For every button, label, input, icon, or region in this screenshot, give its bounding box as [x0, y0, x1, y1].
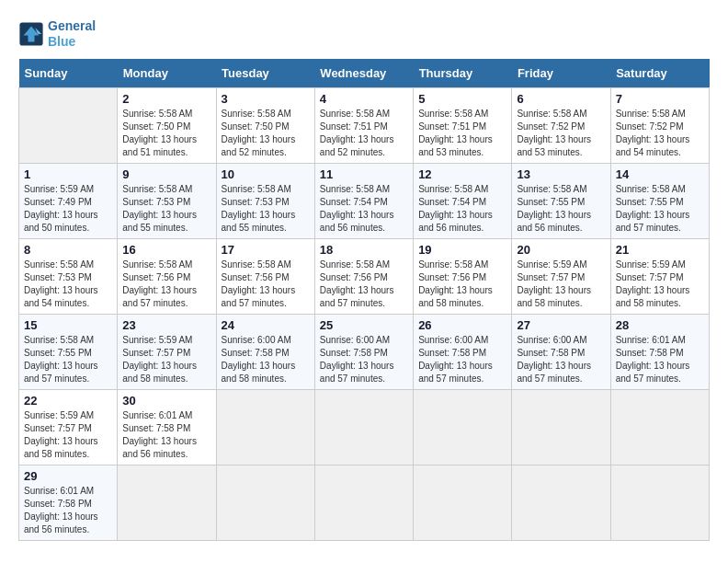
empty-cell: [414, 389, 512, 465]
day-number: 21: [616, 243, 704, 257]
empty-cell: [216, 465, 314, 540]
day-number: 9: [122, 167, 210, 181]
day-cell-5: 5 Sunrise: 5:58 AMSunset: 7:51 PMDayligh…: [414, 87, 512, 163]
day-cell-4: 4 Sunrise: 5:58 AMSunset: 7:51 PMDayligh…: [314, 87, 413, 163]
empty-cell: [610, 465, 709, 540]
day-number: 5: [418, 92, 506, 106]
calendar-row-1: 1 Sunrise: 5:59 AMSunset: 7:49 PMDayligh…: [19, 163, 710, 238]
logo-text: General Blue: [48, 18, 96, 50]
day-number: 23: [122, 318, 210, 332]
day-info: Sunrise: 6:00 AMSunset: 7:58 PMDaylight:…: [418, 334, 506, 385]
day-number: 19: [418, 243, 506, 257]
empty-cell: [216, 389, 314, 465]
day-cell-21: 21 Sunrise: 5:59 AMSunset: 7:57 PMDaylig…: [610, 238, 709, 314]
day-number: 24: [222, 318, 310, 332]
empty-cell: [414, 465, 512, 540]
day-number: 11: [320, 167, 408, 181]
day-cell-13: 13 Sunrise: 5:58 AMSunset: 7:55 PMDaylig…: [512, 163, 610, 238]
day-cell-27: 27 Sunrise: 6:00 AMSunset: 7:58 PMDaylig…: [512, 314, 610, 389]
day-info: Sunrise: 5:58 AMSunset: 7:54 PMDaylight:…: [320, 183, 408, 235]
day-cell-11: 11 Sunrise: 5:58 AMSunset: 7:54 PMDaylig…: [314, 163, 413, 238]
header-saturday: Saturday: [610, 59, 709, 88]
day-info: Sunrise: 5:59 AMSunset: 7:57 PMDaylight:…: [517, 259, 605, 310]
calendar-row-5: 29 Sunrise: 6:01 AMSunset: 7:58 PMDaylig…: [19, 465, 710, 540]
header-thursday: Thursday: [414, 59, 512, 88]
day-cell-15: 15 Sunrise: 5:58 AMSunset: 7:55 PMDaylig…: [19, 314, 118, 389]
day-cell-9: 9 Sunrise: 5:58 AMSunset: 7:53 PMDayligh…: [118, 163, 216, 238]
day-info: Sunrise: 5:59 AMSunset: 7:49 PMDaylight:…: [24, 183, 112, 235]
day-number: 28: [616, 318, 704, 332]
day-cell-16: 16 Sunrise: 5:58 AMSunset: 7:56 PMDaylig…: [118, 238, 216, 314]
day-cell-6: 6 Sunrise: 5:58 AMSunset: 7:52 PMDayligh…: [512, 87, 610, 163]
empty-cell: [19, 87, 118, 163]
calendar-row-2: 8 Sunrise: 5:58 AMSunset: 7:53 PMDayligh…: [19, 238, 710, 314]
empty-cell: [512, 465, 610, 540]
day-number: 17: [222, 243, 310, 257]
header-monday: Monday: [118, 59, 216, 88]
day-cell-22: 22 Sunrise: 5:59 AMSunset: 7:57 PMDaylig…: [19, 389, 118, 465]
day-cell-7: 7 Sunrise: 5:58 AMSunset: 7:52 PMDayligh…: [610, 87, 709, 163]
day-number: 2: [122, 92, 210, 106]
header-tuesday: Tuesday: [216, 59, 314, 88]
empty-cell: [118, 465, 216, 540]
logo: General Blue: [18, 18, 96, 50]
day-info: Sunrise: 6:01 AMSunset: 7:58 PMDaylight:…: [616, 334, 704, 385]
day-number: 1: [24, 167, 112, 181]
day-info: Sunrise: 5:58 AMSunset: 7:56 PMDaylight:…: [320, 259, 408, 310]
day-info: Sunrise: 5:58 AMSunset: 7:52 PMDaylight:…: [616, 108, 704, 159]
calendar-row-4: 22 Sunrise: 5:59 AMSunset: 7:57 PMDaylig…: [19, 389, 710, 465]
day-cell-25: 25 Sunrise: 6:00 AMSunset: 7:58 PMDaylig…: [314, 314, 413, 389]
day-info: Sunrise: 5:58 AMSunset: 7:53 PMDaylight:…: [122, 183, 210, 235]
day-number: 6: [517, 92, 605, 106]
day-cell-19: 19 Sunrise: 5:58 AMSunset: 7:56 PMDaylig…: [414, 238, 512, 314]
day-info: Sunrise: 5:58 AMSunset: 7:55 PMDaylight:…: [517, 183, 605, 235]
day-info: Sunrise: 6:00 AMSunset: 7:58 PMDaylight:…: [320, 334, 408, 385]
calendar-row-0: 2 Sunrise: 5:58 AMSunset: 7:50 PMDayligh…: [19, 87, 710, 163]
day-number: 7: [616, 92, 704, 106]
day-info: Sunrise: 5:58 AMSunset: 7:51 PMDaylight:…: [418, 108, 506, 159]
day-cell-1: 1 Sunrise: 5:59 AMSunset: 7:49 PMDayligh…: [19, 163, 118, 238]
day-info: Sunrise: 5:59 AMSunset: 7:57 PMDaylight:…: [616, 259, 704, 310]
day-info: Sunrise: 5:58 AMSunset: 7:50 PMDaylight:…: [122, 108, 210, 159]
empty-cell: [512, 389, 610, 465]
day-number: 30: [122, 394, 210, 408]
day-info: Sunrise: 6:01 AMSunset: 7:58 PMDaylight:…: [24, 485, 112, 536]
day-info: Sunrise: 5:58 AMSunset: 7:51 PMDaylight:…: [320, 108, 408, 159]
day-info: Sunrise: 5:58 AMSunset: 7:50 PMDaylight:…: [222, 108, 310, 159]
day-number: 18: [320, 243, 408, 257]
day-number: 26: [418, 318, 506, 332]
page-header: General Blue: [18, 18, 710, 50]
day-number: 15: [24, 318, 112, 332]
day-cell-2: 2 Sunrise: 5:58 AMSunset: 7:50 PMDayligh…: [118, 87, 216, 163]
day-number: 29: [24, 469, 112, 483]
day-cell-29: 29 Sunrise: 6:01 AMSunset: 7:58 PMDaylig…: [19, 465, 118, 540]
day-info: Sunrise: 5:58 AMSunset: 7:53 PMDaylight:…: [24, 259, 112, 310]
header-sunday: Sunday: [19, 59, 118, 88]
calendar-table: SundayMondayTuesdayWednesdayThursdayFrid…: [18, 59, 710, 541]
day-number: 8: [24, 243, 112, 257]
calendar-header-row: SundayMondayTuesdayWednesdayThursdayFrid…: [19, 59, 710, 88]
day-info: Sunrise: 6:00 AMSunset: 7:58 PMDaylight:…: [517, 334, 605, 385]
day-cell-10: 10 Sunrise: 5:58 AMSunset: 7:53 PMDaylig…: [216, 163, 314, 238]
day-number: 13: [517, 167, 605, 181]
day-info: Sunrise: 5:58 AMSunset: 7:55 PMDaylight:…: [616, 183, 704, 235]
day-info: Sunrise: 5:59 AMSunset: 7:57 PMDaylight:…: [24, 409, 112, 461]
day-cell-18: 18 Sunrise: 5:58 AMSunset: 7:56 PMDaylig…: [314, 238, 413, 314]
day-cell-17: 17 Sunrise: 5:58 AMSunset: 7:56 PMDaylig…: [216, 238, 314, 314]
day-info: Sunrise: 5:58 AMSunset: 7:54 PMDaylight:…: [418, 183, 506, 235]
day-info: Sunrise: 6:01 AMSunset: 7:58 PMDaylight:…: [122, 409, 210, 461]
day-number: 22: [24, 394, 112, 408]
day-number: 14: [616, 167, 704, 181]
day-number: 27: [517, 318, 605, 332]
day-cell-14: 14 Sunrise: 5:58 AMSunset: 7:55 PMDaylig…: [610, 163, 709, 238]
day-info: Sunrise: 5:58 AMSunset: 7:56 PMDaylight:…: [418, 259, 506, 310]
day-cell-23: 23 Sunrise: 5:59 AMSunset: 7:57 PMDaylig…: [118, 314, 216, 389]
day-info: Sunrise: 5:58 AMSunset: 7:56 PMDaylight:…: [122, 259, 210, 310]
day-info: Sunrise: 5:58 AMSunset: 7:52 PMDaylight:…: [517, 108, 605, 159]
day-number: 20: [517, 243, 605, 257]
header-friday: Friday: [512, 59, 610, 88]
day-cell-8: 8 Sunrise: 5:58 AMSunset: 7:53 PMDayligh…: [19, 238, 118, 314]
day-info: Sunrise: 5:58 AMSunset: 7:56 PMDaylight:…: [222, 259, 310, 310]
day-number: 3: [222, 92, 310, 106]
day-info: Sunrise: 5:58 AMSunset: 7:53 PMDaylight:…: [222, 183, 310, 235]
